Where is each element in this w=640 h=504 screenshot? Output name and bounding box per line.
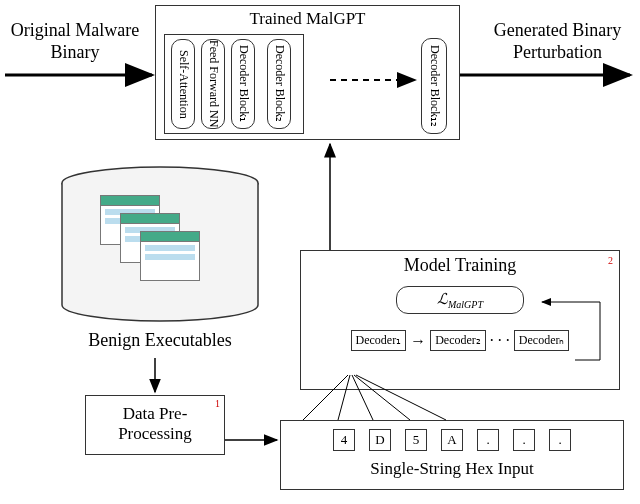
training-title: Model Training [301, 255, 619, 276]
dots: ∙ ∙ ∙ [490, 332, 510, 350]
hex-cell: A [441, 429, 463, 451]
arrow-icon: → [410, 332, 426, 350]
trained-title: Trained MalGPT [156, 9, 459, 29]
first-decoder-group: Self-Attention Feed Forward NN Decoder B… [164, 34, 304, 134]
trained-malgpt-box: Trained MalGPT Self-Attention Feed Forwa… [155, 5, 460, 140]
loss-label: ℒMalGPT [396, 286, 524, 314]
training-sup: 2 [608, 255, 613, 266]
hex-cell: . [549, 429, 571, 451]
hex-cell: 5 [405, 429, 427, 451]
hex-box: 4 D 5 A . . . Single-String Hex Input [280, 420, 624, 490]
input-label: Original Malware Binary [0, 20, 150, 63]
hex-row: 4 D 5 A . . . [281, 429, 623, 451]
preproc-box: 1 Data Pre-Processing [85, 395, 225, 455]
hex-cell: D [369, 429, 391, 451]
self-attention-block: Self-Attention [171, 39, 195, 129]
decoder-2: Decoder₂ [430, 330, 486, 351]
benign-cylinder [60, 165, 260, 325]
benign-label: Benign Executables [70, 330, 250, 352]
decoder-n: Decoderₙ [514, 330, 570, 351]
output-label: Generated Binary Perturbation [475, 20, 640, 63]
decoder-block-12: Decoder Block₁₂ [421, 38, 447, 134]
app-window-icon [140, 231, 200, 281]
hex-label: Single-String Hex Input [281, 459, 623, 479]
hex-cell: 4 [333, 429, 355, 451]
hex-cell: . [513, 429, 535, 451]
training-box: 2 Model Training ℒMalGPT Decoder₁ → Deco… [300, 250, 620, 390]
decoder-block-2: Decoder Block₂ [267, 39, 291, 129]
feedforward-block: Feed Forward NN [201, 39, 225, 129]
hex-cell: . [477, 429, 499, 451]
decoder-block-1: Decoder Block₁ [231, 39, 255, 129]
preproc-label: Data Pre-Processing [86, 404, 224, 445]
decoder-1: Decoder₁ [351, 330, 407, 351]
